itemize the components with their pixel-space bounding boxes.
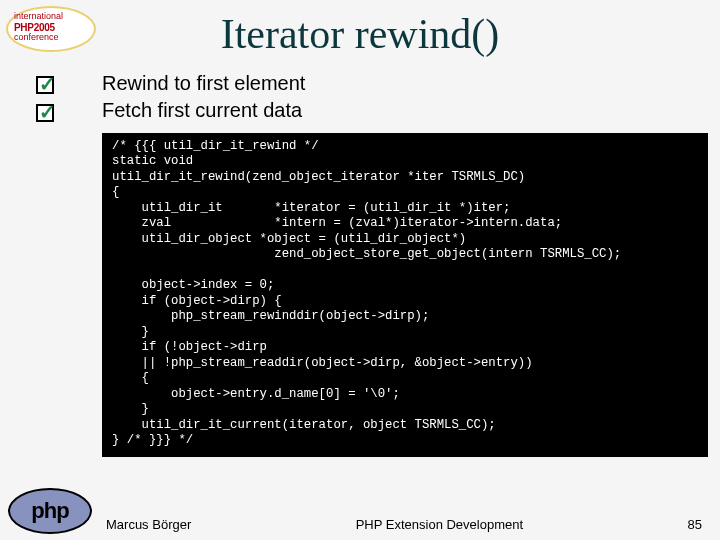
bullet-column <box>36 76 54 132</box>
check-icon <box>36 76 54 94</box>
slide: international PHP2005 conference Iterato… <box>0 0 720 540</box>
footer-title: PHP Extension Development <box>191 517 687 532</box>
bullet-text: Fetch first current data <box>102 99 302 122</box>
bullet-row: Fetch first current data <box>102 99 702 122</box>
content-area: Rewind to first element Fetch first curr… <box>102 72 702 126</box>
check-icon <box>36 104 54 122</box>
footer: Marcus Börger PHP Extension Development … <box>106 517 702 532</box>
check-bullet <box>36 76 54 98</box>
code-block: /* {{{ util_dir_it_rewind */ static void… <box>102 133 708 457</box>
footer-page-number: 85 <box>688 517 702 532</box>
footer-author: Marcus Börger <box>106 517 191 532</box>
php-logo-ellipse: php <box>8 488 92 534</box>
php-logo: php <box>8 488 92 534</box>
php-logo-text: php <box>31 498 68 524</box>
bullet-row: Rewind to first element <box>102 72 702 95</box>
slide-title: Iterator rewind() <box>0 10 720 58</box>
bullet-text: Rewind to first element <box>102 72 305 95</box>
check-bullet <box>36 104 54 126</box>
